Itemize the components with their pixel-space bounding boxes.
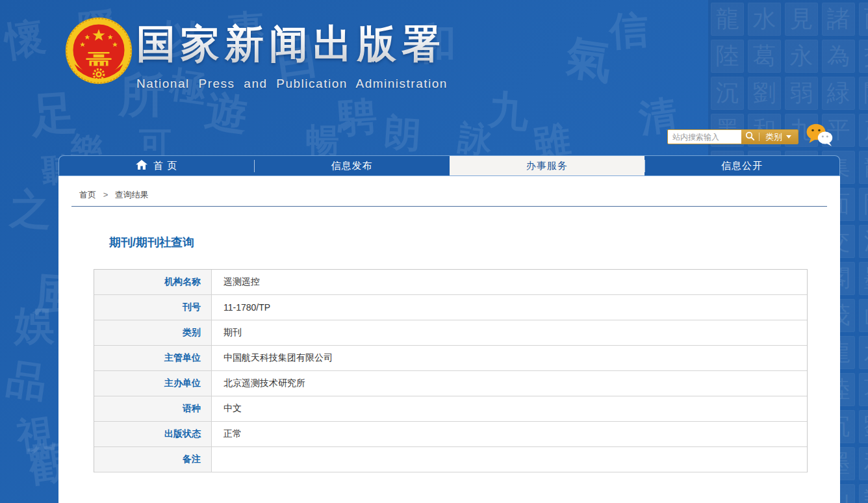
nav-item-info-release[interactable]: 信息发布 xyxy=(254,156,449,175)
row-value: 遥测遥控 xyxy=(212,270,807,294)
table-row: 类别 期刊 xyxy=(94,320,807,346)
nav-item-label: 信息发布 xyxy=(331,160,372,172)
row-label: 主办单位 xyxy=(94,371,212,396)
row-value: 11-1780/TP xyxy=(212,295,807,320)
breadcrumb-current: 查询结果 xyxy=(115,190,149,200)
page-title: 期刊/期刊社查询 xyxy=(109,235,194,250)
breadcrumb-home-link[interactable]: 首页 xyxy=(79,190,96,200)
nav-item-services[interactable]: 办事服务 xyxy=(450,156,645,175)
magnifier-icon xyxy=(745,131,755,143)
row-label: 主管单位 xyxy=(94,346,212,370)
table-row: 备注 xyxy=(94,447,807,472)
row-label: 出版状态 xyxy=(94,422,212,446)
category-label: 类别 xyxy=(765,131,782,143)
row-label: 类别 xyxy=(94,320,212,345)
table-row: 刊号 11-1780/TP xyxy=(94,295,807,320)
nav-item-label: 办事服务 xyxy=(526,160,568,172)
site-search: 类别 xyxy=(667,129,798,144)
page-root: 懷足之風品觀隱所以遊目騁和九氣清惠暢朗詠雖信可樂極視聽娛 龍水見諸面陸葛永為交沉… xyxy=(0,0,868,503)
row-label: 刊号 xyxy=(94,295,212,320)
search-button[interactable] xyxy=(741,130,759,144)
caret-down-icon xyxy=(786,135,791,138)
breadcrumb-separator: > xyxy=(103,190,108,200)
row-value: 正常 xyxy=(212,422,807,446)
row-label: 备注 xyxy=(94,447,212,472)
nav-item-label: 信息公开 xyxy=(721,160,763,172)
row-value: 中国航天科技集团有限公司 xyxy=(212,346,807,370)
nav-item-home[interactable]: 首 页 xyxy=(59,156,254,175)
table-row: 主办单位 北京遥测技术研究所 xyxy=(94,371,807,396)
search-input[interactable] xyxy=(668,130,741,144)
wechat-icon[interactable] xyxy=(805,123,834,150)
journal-info-table: 机构名称 遥测遥控 刊号 11-1780/TP 类别 期刊 主管单位 中国航天科… xyxy=(94,269,808,472)
breadcrumb: 首页 > 查询结果 xyxy=(79,189,149,201)
row-value: 期刊 xyxy=(212,320,807,345)
breadcrumb-divider xyxy=(71,206,827,207)
site-logo[interactable]: 国家新闻出版署 National Press and Publication A… xyxy=(136,18,448,91)
row-value: 北京遥测技术研究所 xyxy=(212,371,807,396)
table-row: 机构名称 遥测遥控 xyxy=(94,270,807,295)
row-label: 机构名称 xyxy=(94,270,212,294)
nav-item-label: 首 页 xyxy=(153,160,177,172)
table-row: 出版状态 正常 xyxy=(94,422,807,447)
primary-nav: 首 页 信息发布 办事服务 信息公开 xyxy=(58,155,840,176)
home-icon xyxy=(136,160,147,172)
category-dropdown[interactable]: 类别 xyxy=(760,130,798,144)
table-row: 语种 中文 xyxy=(94,396,807,422)
row-value xyxy=(212,447,807,472)
row-label: 语种 xyxy=(94,396,212,421)
national-emblem-icon[interactable] xyxy=(65,17,133,84)
nav-item-info-disclosure[interactable]: 信息公开 xyxy=(645,156,839,175)
content-panel: 首页 > 查询结果 期刊/期刊社查询 机构名称 遥测遥控 刊号 11-1780/… xyxy=(58,176,840,503)
site-title: 国家新闻出版署 xyxy=(136,18,448,71)
site-subtitle: National Press and Publication Administr… xyxy=(136,77,448,91)
row-value: 中文 xyxy=(212,396,807,421)
table-row: 主管单位 中国航天科技集团有限公司 xyxy=(94,346,807,371)
